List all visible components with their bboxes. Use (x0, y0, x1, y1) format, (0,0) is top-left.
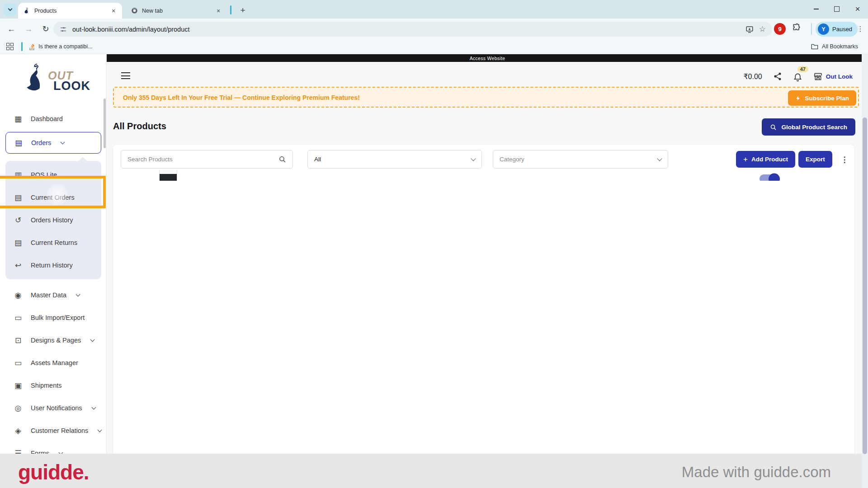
address-bar[interactable]: out-look.boniii.com/admin/layout/product… (53, 22, 772, 37)
reload-button[interactable]: ↻ (39, 22, 52, 36)
chevron-down-icon (90, 337, 95, 342)
sidebar-item-label: Dashboard (31, 115, 63, 122)
window-scrollbar[interactable] (862, 54, 868, 488)
scrollbar-thumb[interactable] (863, 117, 867, 454)
browser-tabstrip: Products New tab (0, 0, 868, 19)
card-menu-icon[interactable] (839, 154, 850, 165)
store-button[interactable]: Out Look (813, 72, 853, 81)
sidebar-item-master-data[interactable]: ◉Master Data (0, 284, 107, 306)
window-minimize-button[interactable] (806, 0, 826, 18)
sidebar-item-designs-pages[interactable]: ⊡Designs & Pages (0, 329, 107, 352)
wallet-balance: ₹0.00 (743, 72, 762, 81)
status-toggle[interactable] (760, 174, 778, 181)
search-icon (770, 124, 777, 131)
extension-badge-icon[interactable]: 9 (774, 23, 786, 35)
apps-grid-icon[interactable] (6, 43, 14, 50)
sidebar-item-current-returns[interactable]: ▤Current Returns (5, 231, 101, 254)
stackoverflow-icon (29, 43, 35, 50)
sidebar-item-label: Assets Manager (31, 359, 78, 366)
header-actions: ₹0.00 47 Out Look (743, 69, 853, 84)
bookmark-item[interactable]: Is there a compatibi... (29, 42, 93, 52)
sidebar-item-assets-manager[interactable]: ▭Assets Manager (0, 352, 107, 374)
install-app-icon[interactable] (745, 25, 754, 33)
sidebar-item-return-history[interactable]: ↩Return History (5, 254, 101, 277)
trial-banner: Only 355 Days Left In Your Free Trial — … (113, 87, 859, 108)
store-label: Out Look (826, 73, 853, 80)
sidebar-item-customer-relations[interactable]: ◈Customer Relations (0, 419, 107, 442)
global-product-search-button[interactable]: Global Product Search (762, 118, 855, 136)
products-table (113, 170, 854, 181)
sidebar-item-label: Customer Relations (31, 427, 88, 434)
orders-history-icon: ↺ (14, 216, 23, 225)
window-maximize-button[interactable] (826, 0, 847, 18)
chevron-down-icon (76, 292, 80, 296)
sidebar-item-label: Shipments (31, 382, 62, 389)
browser-menu-icon[interactable] (855, 23, 865, 35)
chevron-down-icon (91, 405, 96, 409)
sidebar-item-orders-history[interactable]: ↺Orders History (5, 209, 101, 231)
search-placeholder: Search Products (127, 156, 278, 163)
current-returns-icon: ▤ (14, 238, 23, 248)
folder-icon: ▭ (14, 313, 23, 323)
tab-title: New tab (142, 8, 210, 14)
back-button[interactable]: ← (5, 22, 18, 36)
sidebar-item-label: Current Returns (31, 239, 77, 246)
chevron-down-icon (98, 427, 102, 432)
logo-word-look: LOOK (53, 81, 90, 91)
sidebar-item-shipments[interactable]: ▣Shipments (0, 374, 107, 397)
storefront-icon (813, 72, 823, 81)
sidebar-scrollbar[interactable] (104, 99, 106, 148)
sidebar-item-label: Master Data (31, 291, 66, 299)
tab-search-button[interactable] (4, 3, 16, 16)
sidebar-nav: ▦Dashboard▤Orders▥POS Lite▤Current Order… (0, 108, 107, 465)
export-button[interactable]: Export (798, 151, 832, 168)
sidebar-item-dashboard[interactable]: ▦Dashboard (0, 108, 107, 130)
dashboard-icon: ▦ (14, 114, 23, 124)
all-bookmarks-button[interactable]: All Bookmarks (811, 42, 858, 52)
notifications-bell-icon[interactable]: 47 (793, 72, 802, 81)
outlook-favicon (24, 7, 30, 14)
sidebar-item-user-notifications[interactable]: ◎User Notifications (0, 397, 107, 419)
forward-button[interactable]: → (22, 22, 35, 36)
page-title: All Products (113, 121, 166, 131)
sidebar-item-pos-lite[interactable]: ▥POS Lite (5, 164, 101, 186)
chrome-favicon (131, 7, 138, 14)
bookmarks-bar: Is there a compatibi... All Bookmarks (0, 39, 868, 54)
designs-pages-icon: ⊡ (14, 336, 23, 345)
new-tab-button[interactable] (237, 5, 249, 16)
bookmark-star-icon[interactable]: ☆ (759, 24, 766, 34)
export-label: Export (806, 156, 825, 163)
hamburger-menu-icon[interactable] (121, 72, 130, 80)
share-icon[interactable] (773, 72, 782, 81)
sidebar: OUT LOOK ▦Dashboard▤Orders▥POS Lite▤Curr… (0, 54, 107, 488)
window-close-button[interactable] (847, 0, 868, 18)
orders-submenu: ▥POS Lite▤Current Orders↺Orders History▤… (5, 161, 101, 279)
subscribe-plan-button[interactable]: Subscribe Plan (788, 90, 856, 106)
category-select[interactable]: Category (493, 150, 668, 169)
category-select-value: Category (500, 156, 658, 163)
tab-close-icon[interactable] (214, 7, 222, 15)
tab-products[interactable]: Products (18, 3, 122, 19)
toolbar-divider (811, 23, 812, 35)
chevron-down-icon (8, 7, 12, 11)
access-website-bar[interactable]: Access Website (107, 54, 868, 62)
search-icon (278, 155, 286, 163)
current-orders-icon: ▤ (14, 193, 23, 202)
type-select[interactable]: All (307, 150, 482, 169)
sidebar-item-bulk-import-export[interactable]: ▭Bulk Import/Export (0, 306, 107, 329)
sidebar-item-label: POS Lite (31, 171, 57, 178)
search-products-input[interactable]: Search Products (121, 150, 293, 169)
sidebar-item-orders[interactable]: ▤Orders (5, 132, 101, 154)
add-product-button[interactable]: Add Product (736, 151, 795, 168)
folder-icon: ▭ (14, 358, 23, 368)
shipments-icon: ▣ (14, 381, 23, 390)
tab-newtab[interactable]: New tab (126, 3, 227, 19)
site-settings-icon[interactable] (60, 26, 67, 33)
extensions-puzzle-icon[interactable] (792, 23, 801, 34)
profile-chip[interactable]: Y Paused (816, 22, 858, 37)
sidebar-item-current-orders[interactable]: ▤Current Orders (5, 186, 101, 209)
sidebar-item-label: Bulk Import/Export (31, 314, 85, 321)
main-content: Access Website ₹0.00 47 Out Look Only 35… (107, 54, 868, 488)
tab-close-icon[interactable] (109, 7, 118, 15)
sidebar-item-label: Orders History (31, 216, 73, 224)
